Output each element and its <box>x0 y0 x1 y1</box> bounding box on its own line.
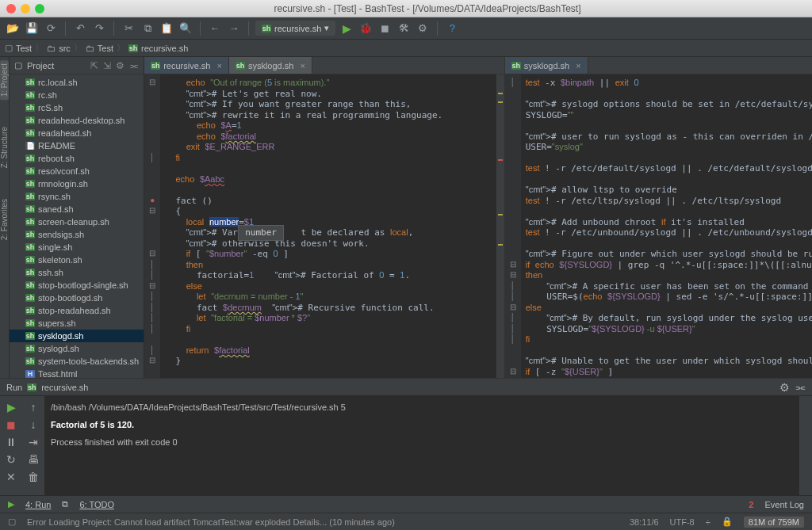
back-icon[interactable]: ← <box>207 21 223 36</box>
project-icon: ▢ <box>14 60 22 71</box>
down-icon[interactable]: ↓ <box>31 418 36 431</box>
trash-icon[interactable]: 🗑 <box>28 471 39 483</box>
sh-icon: sh <box>25 269 35 276</box>
soft-wrap-icon[interactable]: ⇥ <box>29 436 38 448</box>
breadcrumb-seg[interactable]: recursive.sh <box>141 44 188 53</box>
run-console[interactable]: /bin/bash /Volumes/DATA/IdeaProjects/Bas… <box>44 396 799 495</box>
autoscroll-icon[interactable]: ⇲ <box>103 60 111 71</box>
open-icon[interactable]: 📂 <box>5 21 21 36</box>
encoding[interactable]: UTF-8 <box>670 517 695 527</box>
traffic-zoom[interactable] <box>35 4 44 13</box>
save-icon[interactable]: 💾 <box>24 21 40 36</box>
tab-run[interactable]: 4: Run <box>25 500 51 509</box>
tree-item[interactable]: shstop-bootlogd.sh <box>10 292 144 304</box>
event-log-badge[interactable]: 2 <box>749 500 753 509</box>
close-icon[interactable]: × <box>576 61 580 71</box>
tree-item[interactable]: shsyslogd.sh <box>10 342 144 355</box>
event-log-label[interactable]: Event Log <box>764 500 804 509</box>
lock-icon[interactable]: 🔒 <box>722 517 733 527</box>
tree-item[interactable]: shreboot.sh <box>10 152 144 165</box>
stop-icon[interactable]: ◼ <box>377 21 393 36</box>
tree-item[interactable]: shrmnologin.sh <box>10 177 144 190</box>
rerun-icon[interactable]: ▶ <box>7 401 16 414</box>
close-icon[interactable]: × <box>300 61 304 71</box>
close-icon[interactable]: × <box>216 61 221 71</box>
help-icon[interactable]: ? <box>444 21 460 36</box>
refresh-icon[interactable]: ⟳ <box>43 21 59 36</box>
run-panel-tab-label[interactable]: recursive.sh <box>41 383 88 392</box>
tree-item[interactable]: shscreen-cleanup.sh <box>10 215 144 228</box>
tab-recursive[interactable]: sh recursive.sh × <box>144 57 229 74</box>
stop-icon[interactable]: ◼ <box>6 418 16 431</box>
editor-right-code[interactable]: test -x $binpath || exit 0 "cmt"># syslo… <box>521 74 812 378</box>
search-icon[interactable]: 🔍 <box>178 21 193 36</box>
collapse-icon[interactable]: ⇱ <box>90 60 98 71</box>
caret-position[interactable]: 38:11/6 <box>630 517 659 527</box>
status-bar: ▢ Error Loading Project: Cannot load art… <box>0 513 812 530</box>
pause-icon[interactable]: ⏸ <box>6 436 17 448</box>
redo-icon[interactable]: ↷ <box>91 21 107 36</box>
copy-icon[interactable]: ⧉ <box>140 21 155 36</box>
print-icon[interactable]: 🖶 <box>28 453 39 466</box>
traffic-close[interactable] <box>6 4 16 13</box>
tab-sysklogd[interactable]: sh sysklogd.sh × <box>229 57 312 74</box>
tree-item[interactable]: shrsync.sh <box>10 190 144 203</box>
tools-icon[interactable]: 🛠 <box>396 21 412 36</box>
restore-icon[interactable]: ↻ <box>6 453 16 466</box>
debug-icon[interactable]: 🐞 <box>358 21 373 36</box>
breadcrumb-seg[interactable]: Test <box>98 44 113 53</box>
status-message[interactable]: Error Loading Project: Cannot load artif… <box>27 517 395 527</box>
tree-item[interactable]: shrcS.sh <box>10 101 144 114</box>
file-name: rmnologin.sh <box>38 178 88 189</box>
breadcrumb-seg[interactable]: src <box>59 44 71 53</box>
editor-left-scrollbar[interactable] <box>496 74 504 378</box>
breadcrumb-seg[interactable]: Test <box>16 44 32 53</box>
tree-item[interactable]: shsupers.sh <box>10 317 144 330</box>
tree-item[interactable]: shsaned.sh <box>10 203 144 215</box>
up-icon[interactable]: ↑ <box>31 401 36 414</box>
editor-left-code[interactable]: echo "Out of range (5 is maximum)." "cmt… <box>160 74 496 378</box>
tree-item[interactable]: shrc.sh <box>10 89 144 101</box>
tree-item[interactable]: shreadahead.sh <box>10 127 144 139</box>
undo-icon[interactable]: ↶ <box>72 21 88 36</box>
gear-icon[interactable]: ⚙ <box>779 381 790 394</box>
run-icon[interactable]: ▶ <box>339 21 354 36</box>
close-icon[interactable]: ✕ <box>6 471 16 483</box>
run-config-dropdown[interactable]: sh recursive.sh ▾ <box>255 21 335 36</box>
file-name: rc.sh <box>38 90 57 101</box>
completion-hint[interactable]: number <box>238 225 284 241</box>
status-icon[interactable]: ▢ <box>8 517 16 527</box>
tree-item[interactable]: shskeleton.sh <box>10 254 144 266</box>
separator <box>200 21 201 36</box>
insert-mode-icon[interactable]: ÷ <box>706 517 710 527</box>
paste-icon[interactable]: 📋 <box>159 21 174 36</box>
hide-icon[interactable]: ⫘ <box>795 381 806 394</box>
settings-icon[interactable]: ⚙ <box>415 21 431 36</box>
tree-item[interactable]: shsingle.sh <box>10 241 144 254</box>
tree-item[interactable]: shstop-readahead.sh <box>10 304 144 317</box>
tab-todo[interactable]: 6: TODO <box>79 500 114 509</box>
project-tree[interactable]: shrc.local.shshrc.shshrcS.shshreadahead-… <box>10 74 144 378</box>
tool-structure[interactable]: Z: Structure <box>0 124 9 171</box>
tree-item[interactable]: 📄README <box>10 139 144 152</box>
tree-item[interactable]: shsysklogd.sh <box>10 330 144 342</box>
tree-item[interactable]: HTesst.html <box>10 368 144 378</box>
tool-favorites[interactable]: 2: Favorites <box>0 196 9 243</box>
tool-project[interactable]: 1: Project <box>0 60 9 100</box>
forward-icon[interactable]: → <box>226 21 242 36</box>
console-output: Factorial of 5 is 120. <box>51 418 793 431</box>
tree-item[interactable]: shstop-bootlogd-single.sh <box>10 279 144 292</box>
tree-item[interactable]: shssh.sh <box>10 266 144 279</box>
traffic-minimize[interactable] <box>21 4 30 13</box>
tab-sysklogd[interactable]: sh sysklogd.sh × <box>505 57 588 74</box>
tree-item[interactable]: shrc.local.sh <box>10 76 144 89</box>
tree-item[interactable]: shsendsigs.sh <box>10 228 144 241</box>
memory-indicator[interactable]: 81M of 759M <box>744 517 804 528</box>
tree-item[interactable]: shreadahead-desktop.sh <box>10 114 144 127</box>
tree-item[interactable]: shresolvconf.sh <box>10 165 144 177</box>
hide-icon[interactable]: ⫘ <box>129 60 139 71</box>
tree-item[interactable]: shsystem-tools-backends.sh <box>10 355 144 368</box>
file-name: ssh.sh <box>38 267 63 278</box>
cut-icon[interactable]: ✂ <box>121 21 136 36</box>
gear-icon[interactable]: ⚙ <box>116 60 124 71</box>
